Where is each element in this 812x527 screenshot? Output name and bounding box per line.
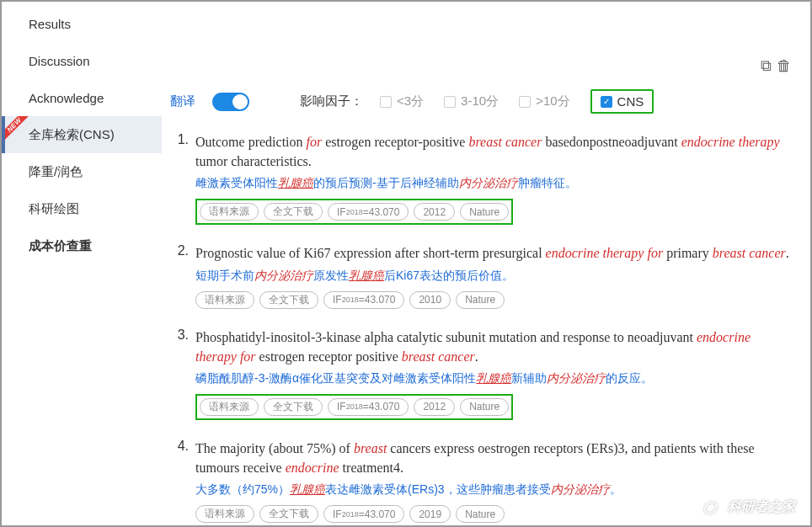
- filter-checkbox-2[interactable]: >10分: [519, 93, 569, 109]
- watermark-text: 科研者之家: [728, 498, 795, 516]
- tag-year[interactable]: 2019: [409, 505, 451, 523]
- sidebar-item-label: 降重/润色: [29, 164, 83, 180]
- new-badge: NEW: [5, 116, 34, 145]
- result-tag-row: 语料来源全文下载IF2018=43.0702010Nature: [195, 291, 792, 309]
- copy-icon[interactable]: ⧉: [761, 57, 772, 75]
- tag-download[interactable]: 全文下载: [264, 398, 323, 416]
- tag-download[interactable]: 全文下载: [264, 203, 323, 221]
- sidebar-item-0[interactable]: Results: [2, 5, 162, 42]
- tag-impact-factor[interactable]: IF2018=43.070: [328, 203, 409, 221]
- watermark: ◯ 科研者之家: [697, 497, 795, 517]
- result-title-en[interactable]: The majority (about 75%) of breast cance…: [195, 439, 792, 477]
- result-number: 2.: [170, 243, 195, 308]
- result-title-en[interactable]: Outcome prediction for estrogen receptor…: [195, 132, 792, 171]
- sidebar-item-label: 成本价查重: [29, 238, 92, 254]
- filter-checkbox-0[interactable]: <3分: [380, 93, 424, 109]
- tag-journal[interactable]: Nature: [460, 203, 509, 221]
- delete-icon[interactable]: 🗑: [777, 57, 792, 75]
- sidebar-item-label: 科研绘图: [29, 201, 79, 217]
- sidebar-item-3[interactable]: NEW全库检索(CNS): [2, 116, 162, 153]
- checkbox-icon: ✓: [601, 96, 612, 108]
- wechat-icon: ◯: [697, 497, 723, 517]
- result-item: 2.Prognostic value of Ki67 expression af…: [170, 243, 792, 308]
- result-body: Prognostic value of Ki67 expression afte…: [195, 243, 792, 308]
- tag-download[interactable]: 全文下载: [259, 505, 318, 523]
- checkbox-label: 3-10分: [461, 93, 499, 109]
- result-title-en[interactable]: Phosphatidyl-inositol-3-kinase alpha cat…: [195, 327, 792, 366]
- checkbox-icon: [380, 96, 392, 108]
- tag-source[interactable]: 语料来源: [200, 398, 259, 416]
- tag-year[interactable]: 2012: [414, 398, 455, 416]
- top-icon-group: ⧉ 🗑: [761, 57, 792, 75]
- tag-impact-factor[interactable]: IF2018=43.070: [323, 505, 404, 523]
- translate-toggle[interactable]: [212, 93, 249, 111]
- app-frame: ResultsDiscussionAcknowledgeNEW全库检索(CNS)…: [0, 0, 812, 527]
- tag-year[interactable]: 2012: [414, 203, 455, 221]
- impact-factor-label: 影响因子：: [300, 93, 363, 109]
- result-tag-row: 语料来源全文下载IF2018=43.0702012Nature: [195, 199, 513, 225]
- filter-row: 翻译 影响因子： <3分3-10分>10分✓CNS: [170, 89, 792, 114]
- sidebar-item-2[interactable]: Acknowledge: [2, 79, 162, 116]
- result-title-zh[interactable]: 雌激素受体阳性乳腺癌的预后预测-基于后神经辅助内分泌治疗肿瘤特征。: [195, 174, 792, 192]
- tag-download[interactable]: 全文下载: [259, 291, 318, 309]
- result-number: 3.: [170, 327, 195, 420]
- result-number: 1.: [170, 132, 195, 225]
- tag-year[interactable]: 2010: [409, 291, 451, 309]
- checkbox-icon: [444, 96, 456, 108]
- filter-checkbox-3[interactable]: ✓CNS: [590, 89, 654, 114]
- sidebar-item-label: 全库检索(CNS): [29, 127, 115, 143]
- tag-journal[interactable]: Nature: [456, 291, 505, 309]
- results-list: 1.Outcome prediction for estrogen recept…: [170, 132, 792, 523]
- sidebar-item-label: Acknowledge: [29, 91, 104, 105]
- tag-impact-factor[interactable]: IF2018=43.070: [323, 291, 404, 309]
- result-title-zh[interactable]: 磷脂酰肌醇-3-激酶α催化亚基突变及对雌激素受体阳性乳腺癌新辅助内分泌治疗的反应…: [195, 370, 792, 387]
- tag-source[interactable]: 语料来源: [195, 505, 254, 523]
- filter-checkbox-group: <3分3-10分>10分✓CNS: [380, 89, 654, 114]
- result-item: 1.Outcome prediction for estrogen recept…: [170, 132, 792, 225]
- checkbox-label: >10分: [536, 93, 569, 109]
- sidebar-item-5[interactable]: 科研绘图: [2, 190, 162, 227]
- result-body: Outcome prediction for estrogen receptor…: [195, 132, 792, 225]
- sidebar-item-label: Discussion: [29, 54, 90, 68]
- tag-source[interactable]: 语料来源: [200, 203, 259, 221]
- result-title-en[interactable]: Prognostic value of Ki67 expression afte…: [195, 243, 792, 263]
- main-content: ⧉ 🗑 翻译 影响因子： <3分3-10分>10分✓CNS 1.Outcome …: [162, 2, 810, 525]
- result-tag-row: 语料来源全文下载IF2018=43.0702012Nature: [195, 394, 513, 420]
- sidebar-item-6[interactable]: 成本价查重: [2, 227, 162, 264]
- result-number: 4.: [170, 439, 195, 523]
- tag-journal[interactable]: Nature: [460, 398, 509, 416]
- tag-journal[interactable]: Nature: [456, 505, 505, 523]
- translate-label[interactable]: 翻译: [170, 93, 195, 109]
- sidebar-item-1[interactable]: Discussion: [2, 42, 162, 79]
- tag-impact-factor[interactable]: IF2018=43.070: [328, 398, 409, 416]
- checkbox-icon: [519, 96, 531, 108]
- sidebar: ResultsDiscussionAcknowledgeNEW全库检索(CNS)…: [2, 2, 162, 525]
- result-body: Phosphatidyl-inositol-3-kinase alpha cat…: [195, 327, 792, 420]
- checkbox-label: <3分: [397, 93, 424, 109]
- filter-checkbox-1[interactable]: 3-10分: [444, 93, 499, 109]
- sidebar-item-4[interactable]: 降重/润色: [2, 153, 162, 190]
- checkbox-label: CNS: [617, 94, 644, 109]
- tag-source[interactable]: 语料来源: [195, 291, 254, 309]
- sidebar-item-label: Results: [29, 17, 71, 31]
- result-title-zh[interactable]: 短期手术前内分泌治疗原发性乳腺癌后Ki67表达的预后价值。: [195, 267, 792, 285]
- result-item: 3.Phosphatidyl-inositol-3-kinase alpha c…: [170, 327, 792, 420]
